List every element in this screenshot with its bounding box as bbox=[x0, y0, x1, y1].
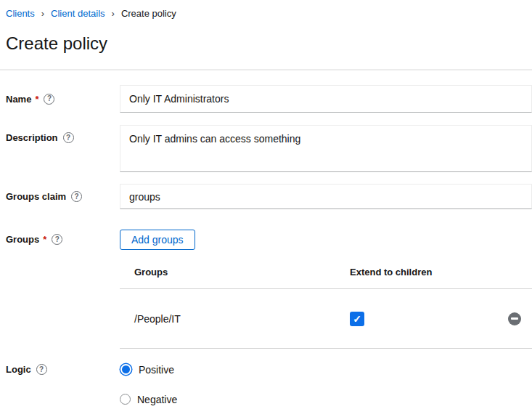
groups-table: Groups Extend to children /People/IT ✓ bbox=[120, 256, 532, 349]
breadcrumb-current: Create policy bbox=[121, 8, 176, 19]
logic-options: Positive Negative bbox=[120, 363, 532, 405]
extend-cell: ✓ bbox=[350, 312, 499, 326]
required-asterisk: * bbox=[43, 234, 46, 245]
groups-claim-label-text: Groups claim bbox=[6, 191, 66, 202]
form-row-groups: Groups * ? Add groups Groups Extend to c… bbox=[6, 230, 532, 349]
breadcrumb-link-clients[interactable]: Clients bbox=[6, 8, 35, 19]
breadcrumb-link-client-details[interactable]: Client details bbox=[51, 8, 105, 19]
form-row-name: Name * ? bbox=[6, 85, 532, 113]
column-header-groups: Groups bbox=[120, 256, 350, 288]
description-label-text: Description bbox=[6, 132, 58, 143]
form-row-logic: Logic ? Positive Negative bbox=[6, 363, 532, 405]
groups-table-header: Groups Extend to children bbox=[120, 256, 532, 289]
name-label-text: Name bbox=[6, 94, 31, 105]
help-icon[interactable]: ? bbox=[52, 234, 62, 245]
name-label: Name * ? bbox=[6, 85, 120, 113]
form-row-groups-claim: Groups claim ? bbox=[6, 184, 532, 209]
help-icon[interactable]: ? bbox=[36, 364, 47, 375]
remove-group-icon[interactable] bbox=[508, 312, 521, 325]
radio-unselected-icon bbox=[120, 394, 131, 405]
radio-selected-icon bbox=[120, 364, 131, 375]
page-title: Create policy bbox=[6, 33, 526, 69]
extend-to-children-checkbox[interactable]: ✓ bbox=[350, 312, 364, 326]
table-row: /People/IT ✓ bbox=[120, 289, 532, 349]
required-asterisk: * bbox=[35, 94, 38, 105]
chevron-right-icon: › bbox=[41, 8, 44, 19]
radio-option-positive[interactable]: Positive bbox=[120, 363, 532, 376]
chevron-right-icon: › bbox=[112, 8, 115, 19]
checkmark-icon: ✓ bbox=[353, 314, 361, 324]
radio-label: Negative bbox=[137, 394, 177, 405]
groups-claim-label: Groups claim ? bbox=[6, 184, 120, 209]
logic-label-text: Logic bbox=[6, 364, 31, 375]
groups-field: Add groups Groups Extend to children /Pe… bbox=[120, 230, 532, 349]
column-header-extend-to-children: Extend to children bbox=[350, 256, 499, 288]
radio-option-negative[interactable]: Negative bbox=[120, 393, 532, 405]
radio-label: Positive bbox=[139, 364, 174, 376]
help-icon[interactable]: ? bbox=[44, 94, 54, 105]
form-row-description: Description ? Only IT admins can access … bbox=[6, 125, 532, 172]
breadcrumb: Clients › Client details › Create policy bbox=[6, 7, 526, 19]
group-path-cell: /People/IT bbox=[120, 313, 350, 325]
groups-label-text: Groups bbox=[6, 234, 39, 245]
description-label: Description ? bbox=[6, 125, 120, 172]
add-groups-button[interactable]: Add groups bbox=[120, 230, 195, 250]
logic-label: Logic ? bbox=[6, 363, 120, 405]
description-textarea[interactable]: Only IT admins can access something bbox=[120, 125, 532, 172]
groups-claim-input[interactable] bbox=[120, 184, 532, 209]
create-policy-form: Name * ? Description ? Only IT admins ca… bbox=[0, 85, 532, 405]
page-header: Clients › Client details › Create policy… bbox=[0, 0, 532, 70]
name-input[interactable] bbox=[120, 85, 532, 113]
help-icon[interactable]: ? bbox=[63, 132, 74, 143]
groups-label: Groups * ? bbox=[6, 230, 120, 349]
help-icon[interactable]: ? bbox=[71, 191, 82, 202]
